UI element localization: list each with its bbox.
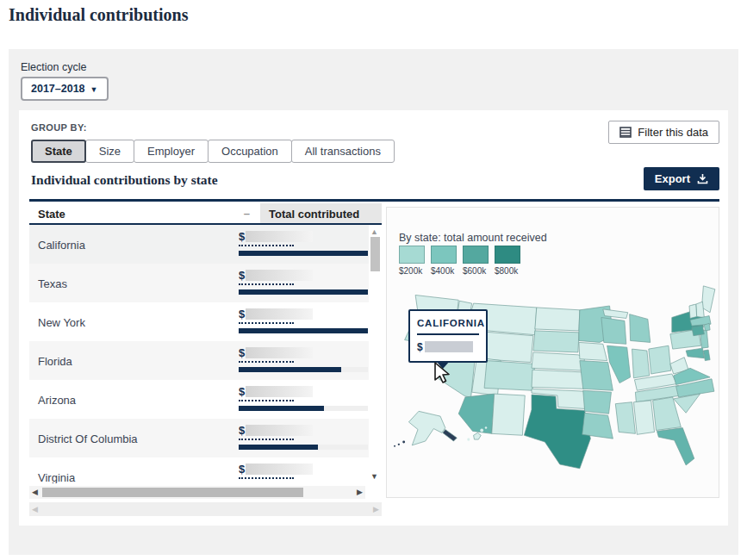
column-header-state[interactable]: State – xyxy=(29,203,260,223)
dotted-underline xyxy=(239,361,294,363)
state-OH[interactable] xyxy=(649,345,671,374)
state-HI[interactable] xyxy=(474,432,482,439)
scroll-left-icon[interactable]: ◀ xyxy=(32,488,38,496)
contribution-bar[interactable] xyxy=(239,406,324,411)
value-prefix: $ xyxy=(239,269,245,282)
state-IN[interactable] xyxy=(632,349,650,378)
state-ND[interactable] xyxy=(535,308,580,331)
scroll-down-icon[interactable]: ▼ xyxy=(370,472,378,481)
state-HI-island[interactable] xyxy=(485,426,488,429)
dotted-underline xyxy=(239,322,294,324)
state-MI[interactable] xyxy=(630,314,651,343)
state-name: Arizona xyxy=(29,380,233,419)
bar-track xyxy=(239,406,368,411)
state-name: New York xyxy=(29,302,233,341)
election-cycle-select[interactable]: 2017–2018▼ xyxy=(21,77,109,101)
filter-data-button[interactable]: Filter this data xyxy=(608,121,719,144)
group-by-label: GROUP BY: xyxy=(31,122,87,133)
contribution-bar[interactable] xyxy=(239,445,318,450)
map-legend: $200k$400k$600k$800k xyxy=(399,246,520,276)
tab-state[interactable]: State xyxy=(31,140,86,163)
scroll-up-icon[interactable]: ▲ xyxy=(370,227,378,236)
state-name: California xyxy=(29,225,233,264)
state-AZ[interactable] xyxy=(458,394,494,433)
export-button[interactable]: Export xyxy=(644,167,719,190)
horizontal-scrollbar-thumb[interactable] xyxy=(42,488,303,497)
table-row[interactable]: New York $ xyxy=(29,302,382,341)
map-legend-title: By state: total amount received xyxy=(399,232,547,244)
state-KS[interactable] xyxy=(532,370,585,389)
table-row[interactable]: Texas $ xyxy=(29,264,382,302)
state-SD[interactable] xyxy=(533,331,579,352)
state-AR[interactable] xyxy=(583,390,612,414)
state-MS[interactable] xyxy=(615,402,635,434)
state-NE[interactable] xyxy=(532,352,585,370)
state-VT[interactable] xyxy=(689,304,697,318)
state-FL[interactable] xyxy=(657,428,694,465)
state-name: Florida xyxy=(29,341,233,380)
tab-employer[interactable]: Employer xyxy=(134,140,209,163)
table-row[interactable]: California $ xyxy=(29,225,382,264)
total-contributed-cell: $ xyxy=(233,380,382,419)
scroll-right-icon[interactable]: ▶ xyxy=(357,488,363,496)
state-CO[interactable] xyxy=(484,361,535,391)
state-NH[interactable] xyxy=(696,302,705,317)
contribution-bar[interactable] xyxy=(239,367,341,372)
contribution-bar[interactable] xyxy=(239,289,368,295)
tab-size[interactable]: Size xyxy=(85,140,134,163)
state-IA[interactable] xyxy=(579,342,607,360)
vertical-scrollbar-thumb[interactable] xyxy=(370,237,380,271)
table-header-row: State – Total contributed xyxy=(29,203,382,225)
dotted-underline xyxy=(239,400,294,401)
scroll-right-icon: ▶ xyxy=(373,505,379,513)
value-prefix: $ xyxy=(239,230,245,243)
table-row[interactable]: Arizona $ xyxy=(29,380,382,419)
state-name: Texas xyxy=(29,264,233,302)
data-table-icon xyxy=(619,127,632,138)
state-HI-island[interactable] xyxy=(467,439,470,441)
bar-track xyxy=(239,328,368,333)
state-RI[interactable] xyxy=(704,323,710,331)
bar-track xyxy=(239,367,368,372)
state-AL[interactable] xyxy=(633,401,654,434)
tab-occupation[interactable]: Occupation xyxy=(208,140,292,163)
table-horizontal-scrollbar[interactable]: ◀ ▶ xyxy=(29,486,365,499)
contribution-bar[interactable] xyxy=(239,328,368,333)
state-MO[interactable] xyxy=(580,361,613,391)
legend-label: $600k xyxy=(463,266,489,276)
state-SC[interactable] xyxy=(674,394,700,413)
tooltip-divider xyxy=(417,333,479,335)
legend-item: $600k xyxy=(463,246,489,276)
dotted-underline xyxy=(239,283,294,285)
redacted-value xyxy=(246,386,313,397)
state-DE[interactable] xyxy=(703,350,710,361)
tab-all-transactions[interactable]: All transactions xyxy=(291,140,395,163)
state-WI[interactable] xyxy=(601,317,626,344)
legend-label: $400k xyxy=(431,266,457,276)
state-AK[interactable] xyxy=(408,411,445,445)
table-body: California $ Texas $ New York $ Florida … xyxy=(29,225,382,483)
state-CT[interactable] xyxy=(692,326,704,336)
filter-data-label: Filter this data xyxy=(638,126,708,139)
sort-indicator[interactable]: – xyxy=(244,207,250,220)
filters-card: Election cycle 2017–2018▼ GROUP BY: Stat… xyxy=(9,49,738,555)
redacted-value xyxy=(246,464,313,475)
table-row[interactable]: Virginia $ xyxy=(29,457,382,483)
table-row[interactable]: Florida $ xyxy=(29,341,382,380)
state-name: Virginia xyxy=(29,457,233,483)
outer-horizontal-scrollbar[interactable]: ◀ ▶ xyxy=(29,502,382,516)
value-prefix: $ xyxy=(239,308,245,320)
state-HI-island[interactable] xyxy=(480,429,483,432)
state-NM[interactable] xyxy=(492,394,526,435)
dotted-underline xyxy=(239,477,294,479)
table-vertical-scrollbar[interactable]: ▲ ▼ xyxy=(369,225,382,483)
table-row[interactable]: District Of Columbia $ xyxy=(29,419,382,457)
election-cycle-value: 2017–2018 xyxy=(31,83,85,95)
state-LA[interactable] xyxy=(582,413,613,439)
column-header-total-contributed[interactable]: Total contributed xyxy=(260,203,382,223)
state-name: District Of Columbia xyxy=(29,419,233,457)
state-ME[interactable] xyxy=(701,286,714,313)
contribution-bar[interactable] xyxy=(239,251,368,256)
state-MD[interactable] xyxy=(686,348,704,358)
scroll-left-icon: ◀ xyxy=(32,505,38,513)
